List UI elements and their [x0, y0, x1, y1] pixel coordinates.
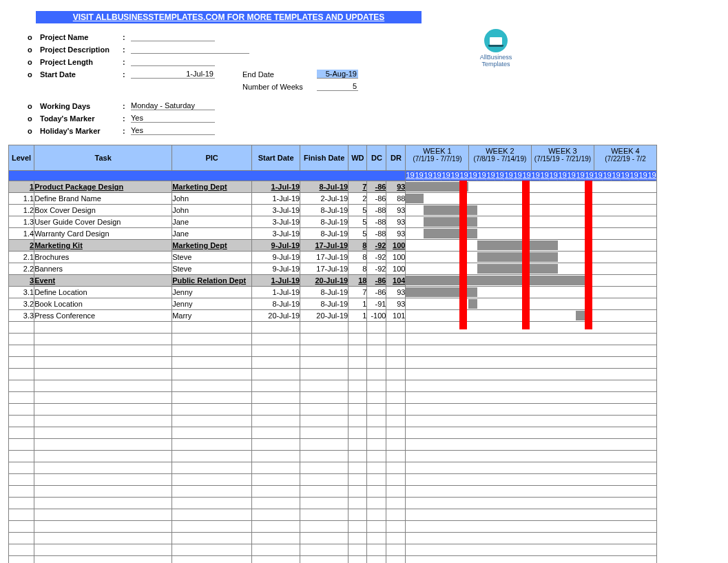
table-row[interactable] [9, 521, 657, 533]
start-date-field[interactable]: 1-Jul-19 [131, 70, 215, 79]
cell-finish[interactable]: 8-Jul-19 [300, 181, 349, 193]
cell-dr[interactable]: 93 [386, 298, 406, 310]
cell-finish[interactable]: 8-Jul-19 [300, 287, 349, 298]
gantt-bar[interactable] [477, 252, 558, 262]
table-row[interactable] [9, 380, 657, 392]
table-row[interactable]: 3.1Define LocationJenny1-Jul-198-Jul-197… [9, 287, 657, 298]
gantt-cell[interactable] [406, 298, 657, 310]
cell-task[interactable]: Brochures [34, 252, 172, 263]
table-row[interactable] [9, 486, 657, 498]
cell-dr[interactable]: 93 [386, 287, 406, 298]
gantt-bar[interactable] [424, 205, 477, 215]
cell-wd[interactable]: 8 [349, 252, 367, 263]
cell-wd[interactable]: 8 [349, 263, 367, 275]
cell-dc[interactable]: -92 [367, 240, 386, 252]
gantt-bar[interactable] [424, 229, 477, 238]
gantt-bar[interactable] [576, 311, 585, 320]
cell-level[interactable]: 3.1 [9, 287, 34, 298]
table-row[interactable] [9, 427, 657, 439]
cell-start[interactable]: 8-Jul-19 [252, 298, 300, 310]
table-row[interactable] [9, 451, 657, 462]
cell-dc[interactable]: -86 [367, 275, 386, 287]
cell-task[interactable]: Product Package Design [34, 181, 172, 193]
gantt-cell[interactable] [406, 193, 657, 205]
cell-start[interactable]: 9-Jul-19 [252, 263, 300, 275]
cell-level[interactable]: 1.2 [9, 205, 34, 216]
cell-task[interactable]: Book Location [34, 298, 172, 310]
cell-dc[interactable]: -88 [367, 228, 386, 240]
cell-task[interactable]: Define Location [34, 287, 172, 298]
col-start[interactable]: Start Date [252, 145, 300, 171]
cell-level[interactable]: 1.3 [9, 216, 34, 228]
table-row[interactable] [9, 334, 657, 345]
cell-task[interactable]: Marketing Kit [34, 240, 172, 252]
cell-level[interactable]: 3.3 [9, 310, 34, 322]
cell-finish[interactable]: 17-Jul-19 [300, 252, 349, 263]
cell-dc[interactable]: -86 [367, 287, 386, 298]
cell-dc[interactable]: -86 [367, 181, 386, 193]
cell-start[interactable]: 1-Jul-19 [252, 193, 300, 205]
cell-dc[interactable]: -100 [367, 310, 386, 322]
table-row[interactable]: 3.2Book LocationJenny8-Jul-198-Jul-191-9… [9, 298, 657, 310]
cell-finish[interactable]: 8-Jul-19 [300, 205, 349, 216]
cell-finish[interactable]: 20-Jul-19 [300, 310, 349, 322]
table-row[interactable]: 3.3Press ConferenceMarry20-Jul-1920-Jul-… [9, 310, 657, 322]
cell-level[interactable]: 3.2 [9, 298, 34, 310]
gantt-cell[interactable] [406, 216, 657, 228]
gantt-cell[interactable] [406, 228, 657, 240]
cell-pic[interactable]: Steve [172, 263, 252, 275]
holiday-marker-field[interactable]: Yes [131, 126, 215, 135]
cell-dc[interactable]: -92 [367, 252, 386, 263]
cell-level[interactable]: 1.4 [9, 228, 34, 240]
cell-dc[interactable]: -86 [367, 193, 386, 205]
gantt-bar[interactable] [477, 240, 558, 250]
gantt-cell[interactable] [406, 240, 657, 252]
cell-dr[interactable]: 93 [386, 216, 406, 228]
cell-task[interactable]: Warranty Card Design [34, 228, 172, 240]
table-row[interactable] [9, 345, 657, 357]
cell-pic[interactable]: John [172, 205, 252, 216]
cell-finish[interactable]: 20-Jul-19 [300, 275, 349, 287]
cell-task[interactable]: Define Brand Name [34, 193, 172, 205]
gantt-cell[interactable] [406, 310, 657, 322]
gantt-bar[interactable] [477, 264, 558, 274]
cell-pic[interactable]: Marketing Dept [172, 240, 252, 252]
table-row[interactable] [9, 509, 657, 521]
cell-wd[interactable]: 7 [349, 181, 367, 193]
cell-level[interactable]: 2.2 [9, 263, 34, 275]
project-len-field[interactable] [131, 65, 215, 66]
cell-pic[interactable]: Jenny [172, 298, 252, 310]
table-row[interactable] [9, 404, 657, 416]
cell-finish[interactable]: 17-Jul-19 [300, 240, 349, 252]
cell-start[interactable]: 3-Jul-19 [252, 205, 300, 216]
cell-finish[interactable]: 17-Jul-19 [300, 263, 349, 275]
cell-finish[interactable]: 8-Jul-19 [300, 216, 349, 228]
table-row[interactable] [9, 416, 657, 427]
project-name-field[interactable] [131, 41, 215, 41]
working-days-field[interactable]: Monday - Saturday [131, 101, 215, 110]
num-weeks-field[interactable]: 5 [317, 82, 358, 91]
cell-pic[interactable]: Jenny [172, 287, 252, 298]
table-row[interactable] [9, 322, 657, 334]
table-row[interactable]: 2.2BannersSteve9-Jul-1917-Jul-198-92100 [9, 263, 657, 275]
cell-task[interactable]: Banners [34, 263, 172, 275]
cell-wd[interactable]: 1 [349, 298, 367, 310]
gantt-cell[interactable] [406, 287, 657, 298]
cell-level[interactable]: 2 [9, 240, 34, 252]
gantt-cell[interactable] [406, 263, 657, 275]
cell-dr[interactable]: 93 [386, 228, 406, 240]
table-row[interactable] [9, 369, 657, 380]
table-row[interactable] [9, 498, 657, 509]
cell-dc[interactable]: -91 [367, 298, 386, 310]
cell-wd[interactable]: 5 [349, 216, 367, 228]
col-level[interactable]: Level [9, 145, 34, 171]
gantt-bar[interactable] [424, 217, 477, 227]
cell-task[interactable]: Press Conference [34, 310, 172, 322]
cell-task[interactable]: Box Cover Design [34, 205, 172, 216]
end-date-field[interactable]: 5-Aug-19 [317, 70, 358, 79]
gantt-cell[interactable] [406, 205, 657, 216]
project-desc-field[interactable] [131, 53, 249, 54]
cell-wd[interactable]: 7 [349, 287, 367, 298]
col-dr[interactable]: DR [386, 145, 406, 171]
gantt-bar[interactable] [406, 194, 424, 203]
